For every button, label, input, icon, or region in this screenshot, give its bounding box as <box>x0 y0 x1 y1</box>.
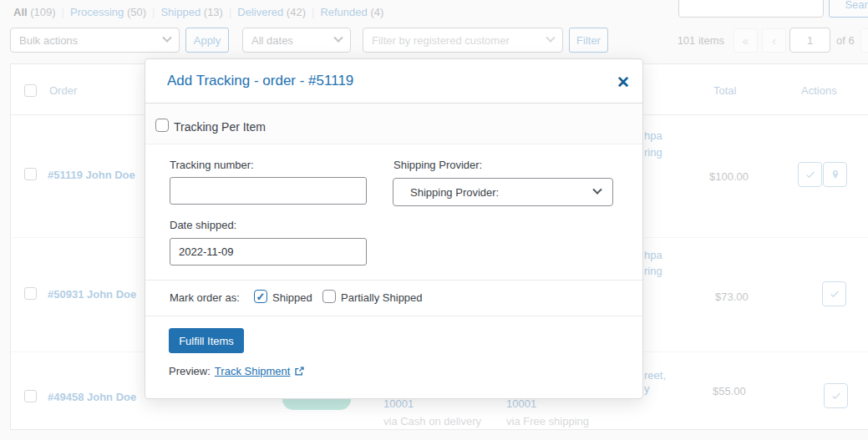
fulfill-items-button[interactable]: Fulfill Items <box>169 328 244 353</box>
mark-order-as-label: Mark order as: <box>170 291 240 304</box>
modal-title: Add Tracking - order - #51119 <box>167 73 353 89</box>
date-shipped-label: Date shipped: <box>170 219 236 231</box>
shipping-provider-label: Shipping Provider: <box>393 159 482 171</box>
close-icon[interactable]: ✕ <box>611 69 636 94</box>
tracking-number-input[interactable] <box>170 177 367 205</box>
shipped-checkbox[interactable]: ✓ <box>254 290 267 303</box>
chevron-down-icon <box>592 185 602 195</box>
preview-label: Preview: <box>169 365 211 377</box>
track-shipment-link[interactable]: Track Shipment <box>215 365 291 377</box>
tracking-per-item-checkbox[interactable] <box>155 119 169 132</box>
external-link-icon <box>294 366 305 377</box>
section-divider <box>145 280 642 281</box>
partially-shipped-checkbox[interactable] <box>322 290 336 303</box>
partially-shipped-checkbox-label: Partially Shipped <box>341 291 423 304</box>
shipping-provider-selected: Shipping Provider: <box>410 186 499 199</box>
tracking-number-label: Tracking number: <box>170 159 254 171</box>
tracking-per-item-label: Tracking Per Item <box>174 120 266 134</box>
shipping-provider-select[interactable]: Shipping Provider: <box>393 178 613 206</box>
preview-row: Preview: Track Shipment <box>169 365 305 377</box>
shipped-checkbox-label: Shipped <box>272 291 312 304</box>
date-shipped-input[interactable] <box>170 238 367 266</box>
checkmark-icon: ✓ <box>256 291 266 303</box>
section-divider <box>145 316 642 316</box>
orders-admin-page: All (109) | Processing (50) | Shipped (1… <box>0 0 868 440</box>
add-tracking-modal: Add Tracking - order - #51119 ✕ Tracking… <box>145 58 643 399</box>
